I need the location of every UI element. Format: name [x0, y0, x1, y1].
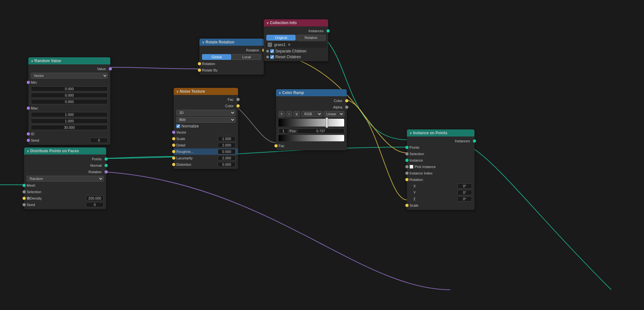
distribute-points-header[interactable]: ∨ Distribute Points on Faces [24, 147, 106, 155]
normalize-checkbox[interactable] [176, 124, 180, 128]
density-field[interactable] [86, 196, 104, 201]
output-instances-socket2[interactable] [473, 139, 476, 143]
output-normal-socket[interactable] [105, 164, 108, 167]
remove-stop-btn[interactable]: − [286, 111, 292, 117]
stop-index-field[interactable] [279, 128, 288, 134]
interpolation-dropdown[interactable]: Linear Ease B-Spline [324, 111, 344, 117]
id-socket[interactable] [27, 132, 30, 136]
scale-row: Scale [174, 136, 238, 142]
noise-texture-header[interactable]: ∨ Noise Texture [174, 88, 238, 95]
detail-socket[interactable] [172, 144, 175, 147]
local-btn[interactable]: Local [232, 54, 261, 60]
density-socket[interactable] [23, 197, 26, 200]
seed-socket2[interactable] [23, 203, 26, 206]
collection-info-header[interactable]: ∨ Collection Info [264, 19, 328, 26]
global-btn[interactable]: Global [202, 54, 231, 60]
separate-children-checkbox[interactable] [270, 49, 274, 53]
pick-instance-socket[interactable] [405, 165, 409, 168]
separate-socket[interactable] [266, 50, 269, 52]
rotation-section-socket[interactable] [405, 178, 409, 181]
rotation-input-socket[interactable] [198, 62, 201, 65]
rotate-by-socket[interactable] [198, 69, 201, 72]
seed-field[interactable] [90, 138, 108, 143]
output-fac-socket[interactable] [236, 98, 240, 101]
output-alpha-socket[interactable] [345, 106, 348, 109]
type-dropdown[interactable]: Vector Float [31, 73, 108, 79]
rotate-rotation-header[interactable]: ∨ Rotate Rotation [199, 39, 264, 46]
mesh-socket[interactable] [23, 184, 26, 187]
min-label-row: Min: [28, 79, 110, 86]
color-ramp-handle[interactable] [326, 117, 328, 128]
output-value-socket[interactable] [109, 67, 112, 70]
max-x-field[interactable] [31, 112, 108, 117]
rot-z-field[interactable] [457, 196, 472, 202]
pick-instance-checkbox[interactable] [409, 165, 413, 169]
random-value-header[interactable]: ∨ Random Value [28, 57, 110, 64]
output-rotation-label2: Rotation [202, 48, 259, 52]
stop-pos-field[interactable] [297, 128, 345, 134]
original-btn[interactable]: Original [266, 35, 296, 41]
max-socket[interactable] [27, 107, 30, 110]
output-points-socket[interactable] [105, 157, 108, 161]
chevron-icon: ∨ [279, 91, 281, 95]
output-color-label2: Color [279, 99, 342, 103]
selection-socket[interactable] [23, 190, 26, 193]
roughness-row: Roughne... [174, 148, 238, 155]
reset-children-checkbox[interactable] [270, 55, 274, 59]
output-instances-socket[interactable] [327, 29, 330, 33]
color-ramp-header[interactable]: ∨ Color Ramp [276, 89, 347, 96]
vector-socket[interactable] [172, 131, 175, 134]
roughness-field[interactable] [218, 149, 235, 154]
chevron-icon: ∨ [31, 59, 33, 63]
distortion-field[interactable] [218, 162, 235, 167]
seed-socket[interactable] [27, 139, 30, 142]
distortion-socket[interactable] [172, 163, 175, 166]
roughness-socket[interactable] [172, 150, 175, 153]
rot-x-field[interactable] [457, 183, 472, 189]
seed-label2: Seed [27, 203, 86, 207]
density-socket2[interactable] [27, 197, 30, 200]
mode-dropdown[interactable]: Random Poisson Disk [27, 176, 104, 182]
type-dropdown2[interactable]: fBM Multifractal [176, 117, 235, 123]
output-color-socket2[interactable] [345, 99, 348, 102]
output-rotation-socket[interactable] [105, 170, 108, 174]
max-z-field[interactable] [31, 125, 108, 130]
instance-input-socket[interactable] [405, 159, 409, 162]
min-y-field[interactable] [31, 93, 108, 98]
instance-on-points-node: ∨ Instance on Points Instances Points Se… [407, 129, 474, 210]
selection-input-socket2[interactable] [405, 152, 409, 155]
id-label: ID [31, 132, 108, 136]
points-input-socket[interactable] [405, 146, 409, 149]
max-y-field[interactable] [31, 118, 108, 124]
min-x-field[interactable] [31, 86, 108, 91]
remove-collection-btn[interactable]: ✕ [287, 42, 291, 47]
fac-input-socket[interactable] [274, 144, 278, 147]
lacunarity-field[interactable] [218, 155, 235, 161]
rot-y-field[interactable] [457, 190, 472, 195]
output-color-socket[interactable] [236, 104, 240, 108]
output-points-row: Points [24, 156, 106, 162]
min-socket[interactable] [27, 81, 30, 84]
scale-field[interactable] [218, 136, 235, 141]
dimensions-dropdown[interactable]: 3D 2D 4D [176, 110, 235, 116]
scale-input-socket[interactable] [405, 204, 409, 207]
type-dropdown-row: Vector Float [28, 72, 110, 79]
add-stop-btn[interactable]: + [279, 111, 285, 117]
color-ramp-gradient[interactable] [279, 119, 344, 127]
lacunarity-socket[interactable] [172, 156, 175, 160]
color-mode-dropdown[interactable]: RGB HSV HSL [301, 111, 322, 117]
rotate-rotation-title: Rotate Rotation [206, 40, 234, 44]
relative-btn[interactable]: Relative [296, 35, 326, 41]
min-z-field[interactable] [31, 99, 108, 104]
reset-socket[interactable] [266, 56, 269, 58]
scale-socket[interactable] [172, 137, 175, 140]
color-ramp-preview [279, 135, 344, 141]
min-x-row [28, 86, 110, 92]
ramp-menu-btn[interactable]: ∨ [293, 111, 300, 117]
seed-field2[interactable] [86, 202, 104, 207]
instance-index-socket[interactable] [405, 172, 409, 175]
instance-on-points-header[interactable]: ∨ Instance on Points [407, 129, 474, 136]
pick-instance-row: Pick Instance [407, 164, 474, 170]
rotate-by-row: Rotate By [199, 67, 264, 73]
detail-field[interactable] [218, 143, 235, 148]
